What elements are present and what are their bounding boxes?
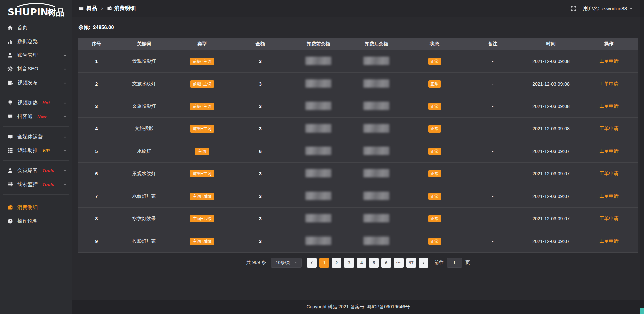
cell-post-balance bbox=[347, 73, 406, 95]
sidebar-item-media-operation[interactable]: 全媒体运营 bbox=[0, 130, 72, 144]
username-label: 用户名: bbox=[583, 5, 599, 12]
blurred-value bbox=[363, 102, 389, 110]
table-row: 1景观投影灯前缀+主词3正常-2021-12-03 09:08工单申请 bbox=[78, 50, 638, 73]
column-header: 状态 bbox=[406, 38, 464, 50]
topbar: 树品 > 消费明细 用户名: zswodun88 bbox=[72, 0, 644, 17]
chevron-down-icon bbox=[63, 135, 67, 139]
sidebar-divider bbox=[3, 160, 69, 161]
chevron-down-icon bbox=[63, 53, 67, 57]
username: zswodun88 bbox=[601, 6, 627, 11]
cell-pre-balance bbox=[289, 118, 347, 140]
cell-time: 2021-12-03 09:07 bbox=[522, 163, 580, 185]
cell-status: 正常 bbox=[406, 118, 464, 140]
cell-amount: 6 bbox=[231, 140, 289, 163]
page-button-4[interactable]: 4 bbox=[357, 258, 366, 268]
sidebar-item-consumption-detail[interactable]: 消费明细 bbox=[0, 201, 72, 214]
wallet-icon bbox=[7, 205, 13, 210]
sidebar-item-member-blast[interactable]: 会员爆客Tools bbox=[0, 164, 72, 177]
sidebar-item-label: 抖客通 bbox=[17, 113, 33, 120]
cell-type: 前缀+主词 bbox=[173, 95, 231, 118]
work-order-link[interactable]: 工单申请 bbox=[600, 216, 619, 221]
work-order-link[interactable]: 工单申请 bbox=[600, 193, 619, 199]
sidebar-item-operation-guide[interactable]: 操作说明 bbox=[0, 214, 72, 228]
cell-amount: 3 bbox=[231, 185, 289, 208]
breadcrumb-root-label: 树品 bbox=[86, 5, 97, 12]
chevron-down-icon bbox=[63, 182, 67, 187]
page-button-3[interactable]: 3 bbox=[344, 258, 354, 268]
cell-status: 正常 bbox=[406, 208, 464, 230]
sidebar-item-label: 首页 bbox=[17, 24, 28, 31]
cell-type: 主词 bbox=[173, 140, 231, 163]
breadcrumb-current[interactable]: 消费明细 bbox=[107, 5, 136, 12]
page-button-97[interactable]: 97 bbox=[406, 258, 416, 268]
cell-keyword: 投影灯厂家 bbox=[115, 230, 173, 253]
jump-label: 前往 bbox=[434, 260, 444, 266]
content: 余额: 24856.00 序号关键词类型金额扣费前余额扣费后余额状态备注时间操作… bbox=[72, 17, 644, 300]
work-order-link[interactable]: 工单申请 bbox=[600, 238, 619, 244]
page-button-2[interactable]: 2 bbox=[332, 258, 341, 268]
user-menu[interactable]: 用户名: zswodun88 bbox=[583, 5, 633, 12]
sidebar-item-video-publish[interactable]: 视频发布 bbox=[0, 76, 72, 90]
chevron-down-icon bbox=[63, 149, 67, 153]
sidebar-item-video-heating[interactable]: 视频加热Hot bbox=[0, 96, 72, 110]
work-order-link[interactable]: 工单申请 bbox=[600, 171, 619, 176]
cell-index: 4 bbox=[78, 118, 115, 140]
cell-action: 工单申请 bbox=[580, 118, 638, 140]
cell-index: 3 bbox=[78, 95, 115, 118]
page-button-1[interactable]: 1 bbox=[319, 258, 329, 268]
cell-post-balance bbox=[347, 185, 406, 208]
shupin-logo-graphic: SHUPIN 树品 bbox=[7, 2, 65, 18]
page-ellipsis-button[interactable]: ••• bbox=[394, 258, 404, 268]
cell-action: 工单申请 bbox=[580, 208, 638, 230]
sidebar-item-label: 视频加热 bbox=[17, 100, 38, 106]
goto-page-input[interactable] bbox=[447, 258, 462, 268]
next-page-button[interactable] bbox=[419, 258, 428, 268]
sidebar-item-data-overview[interactable]: 数据总览 bbox=[0, 35, 72, 48]
prev-page-button[interactable] bbox=[307, 258, 317, 268]
sidebar-item-badge: Tools bbox=[42, 168, 54, 173]
cell-index: 6 bbox=[78, 163, 115, 185]
cell-action: 工单申请 bbox=[580, 230, 638, 253]
sidebar-item-account-management[interactable]: 账号管理 bbox=[0, 48, 72, 62]
sidebar: SHUPIN 树品 首页数据总览账号管理抖音SEO视频发布视频加热Hot抖客通N… bbox=[0, 0, 72, 314]
breadcrumb-root[interactable]: 树品 bbox=[79, 5, 97, 12]
page-size-select[interactable]: 10条/页 bbox=[271, 258, 302, 268]
cell-keyword: 文旅投影灯 bbox=[115, 95, 173, 118]
sidebar-item-douketong[interactable]: 抖客通New bbox=[0, 110, 72, 123]
scrollbar-track[interactable] bbox=[640, 0, 644, 314]
sidebar-item-douyin-seo[interactable]: 抖音SEO bbox=[0, 62, 72, 76]
cell-keyword: 景观水纹灯 bbox=[115, 163, 173, 185]
cell-pre-balance bbox=[289, 50, 347, 73]
sidebar-item-lead-monitor[interactable]: 线索监控Tools bbox=[0, 177, 72, 191]
blurred-value bbox=[305, 237, 331, 245]
fullscreen-icon[interactable] bbox=[571, 6, 576, 11]
work-order-link[interactable]: 工单申请 bbox=[600, 58, 619, 64]
chevron-left-icon bbox=[310, 261, 314, 265]
blurred-value bbox=[305, 79, 331, 88]
cell-status: 正常 bbox=[406, 50, 464, 73]
cell-time: 2021-12-03 09:07 bbox=[522, 185, 580, 208]
cell-amount: 3 bbox=[231, 118, 289, 140]
shupin-logo: SHUPIN 树品 bbox=[0, 0, 72, 18]
work-order-link[interactable]: 工单申请 bbox=[600, 148, 619, 154]
work-order-link[interactable]: 工单申请 bbox=[600, 103, 619, 109]
page-button-6[interactable]: 6 bbox=[381, 258, 391, 268]
cell-post-balance bbox=[347, 163, 406, 185]
chevron-down-icon bbox=[63, 169, 67, 173]
cell-action: 工单申请 bbox=[580, 185, 638, 208]
cell-status: 正常 bbox=[406, 230, 464, 253]
cell-status: 正常 bbox=[406, 73, 464, 95]
cell-type: 主词+后缀 bbox=[173, 230, 231, 253]
cell-keyword: 文旅投影 bbox=[115, 118, 173, 140]
cell-action: 工单申请 bbox=[580, 50, 638, 73]
app-window: SHUPIN 树品 首页数据总览账号管理抖音SEO视频发布视频加热Hot抖客通N… bbox=[0, 0, 644, 314]
sidebar-item-home[interactable]: 首页 bbox=[0, 21, 72, 35]
work-order-link[interactable]: 工单申请 bbox=[600, 81, 619, 86]
work-order-link[interactable]: 工单申请 bbox=[600, 126, 619, 131]
blurred-value bbox=[305, 169, 331, 177]
sidebar-item-matrix-boost[interactable]: 矩阵助推VIP bbox=[0, 144, 72, 157]
table-row: 7水纹灯厂家主词+后缀3正常-2021-12-03 09:07工单申请 bbox=[78, 185, 638, 208]
page-button-5[interactable]: 5 bbox=[369, 258, 379, 268]
column-header: 扣费前余额 bbox=[289, 38, 347, 50]
cell-time: 2021-12-03 09:08 bbox=[522, 50, 580, 73]
